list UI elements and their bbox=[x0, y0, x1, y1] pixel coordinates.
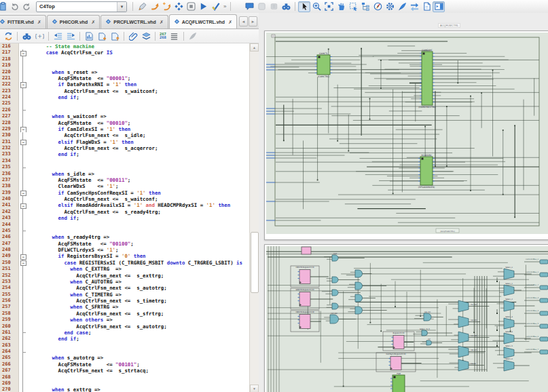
compile-all-icon[interactable] bbox=[160, 1, 172, 12]
stop-icon[interactable] bbox=[185, 1, 197, 12]
check-icon[interactable] bbox=[209, 1, 221, 12]
run-icon[interactable] bbox=[197, 1, 209, 12]
select-cursor-icon[interactable] bbox=[298, 1, 310, 12]
fsm-block[interactable]: FSM bbox=[390, 372, 405, 392]
undo-icon[interactable] bbox=[8, 1, 20, 12]
output-port[interactable]: CamConfBus_2 bbox=[524, 284, 548, 290]
doc-plus-icon[interactable] bbox=[96, 31, 108, 41]
fold-gutter[interactable] bbox=[19, 349, 28, 355]
register-block[interactable]: ConfSyncRegister[2:0] bbox=[376, 353, 422, 372]
mux[interactable]: Select_6 bbox=[493, 358, 530, 371]
zoom-in-icon[interactable] bbox=[310, 1, 323, 12]
paste-icon[interactable] bbox=[0, 1, 8, 12]
logic-gate[interactable] bbox=[348, 294, 376, 302]
logic-gate[interactable] bbox=[322, 290, 361, 296]
tab-close-icon[interactable]: ✗ bbox=[160, 20, 164, 25]
paperclip-icon[interactable] bbox=[127, 31, 139, 41]
schematic-bottom-panel[interactable]: HWCFR.Register[2:0]SWCFR.Register[2:0]HW… bbox=[264, 244, 548, 392]
mux[interactable]: [39:32] bbox=[448, 346, 485, 357]
logic-gate[interactable] bbox=[327, 303, 355, 309]
fold-gutter[interactable]: − bbox=[19, 253, 28, 259]
fold-gutter[interactable]: − bbox=[19, 50, 28, 56]
schematic-top-panel[interactable]: CAMCTL(CAMCTRL)CAMSYNC(CAMSYNCCTRL)HCADD… bbox=[264, 31, 548, 240]
fold-gutter[interactable]: − bbox=[19, 190, 28, 196]
redo-icon[interactable] bbox=[20, 1, 33, 12]
fold-gutter[interactable]: − bbox=[19, 260, 28, 266]
block-diagram-canvas[interactable]: CAMCTL(CAMCTRL)CAMSYNC(CAMSYNCCTRL)HCADD… bbox=[266, 33, 548, 234]
logic-gate[interactable]: [6] bbox=[420, 338, 442, 345]
scroll-down-arrow-icon[interactable]: ▼ bbox=[250, 385, 259, 392]
mux[interactable]: [44:45] bbox=[448, 316, 480, 328]
edit-mode-icon[interactable] bbox=[136, 1, 148, 12]
fold-gutter[interactable]: − bbox=[19, 81, 28, 87]
mux[interactable]: [16:9] bbox=[450, 359, 484, 371]
compile-icon[interactable] bbox=[148, 1, 160, 12]
scrollbar-thumb[interactable] bbox=[251, 232, 259, 293]
sync-edits-icon[interactable] bbox=[2, 31, 14, 41]
output-port[interactable]: CamConfBus_4 bbox=[524, 310, 548, 316]
tab-fitter-vhd[interactable]: FITTER.vhd✗ bbox=[0, 15, 46, 28]
swap-arrows-icon[interactable] bbox=[408, 1, 420, 12]
pan-hand-icon[interactable] bbox=[335, 1, 347, 12]
indent-right-icon[interactable] bbox=[65, 31, 77, 41]
h-lines-icon[interactable] bbox=[168, 31, 181, 41]
schematic-block[interactable]: HCADDRV(HPSADDRGEN) bbox=[356, 154, 505, 189]
editor-scrollbar[interactable]: ▲ ▼ bbox=[249, 43, 259, 392]
compass-icon[interactable] bbox=[371, 1, 384, 12]
tab-close-icon[interactable]: ✗ bbox=[91, 20, 95, 25]
fold-gutter[interactable] bbox=[19, 107, 28, 113]
toolbar-overflow-chevron[interactable]: » bbox=[223, 3, 226, 9]
mux[interactable]: Select_5 bbox=[495, 345, 532, 358]
tab-scroll-right-button[interactable]: ► bbox=[249, 16, 257, 26]
new-document-icon[interactable] bbox=[420, 1, 433, 12]
tab-close-icon[interactable]: ✗ bbox=[228, 20, 232, 25]
tab-phicor-vhd[interactable]: PHICOR.vhd✗ bbox=[47, 15, 101, 28]
comment-icon[interactable] bbox=[243, 1, 255, 12]
quill-icon[interactable] bbox=[396, 1, 408, 12]
marquee-icon[interactable] bbox=[347, 1, 359, 12]
dim-a-icon[interactable] bbox=[255, 1, 268, 12]
dim-b-icon[interactable] bbox=[268, 1, 280, 12]
fold-gutter[interactable] bbox=[19, 164, 28, 170]
fold-ribbon-icon[interactable] bbox=[140, 31, 152, 41]
output-port[interactable]: CamConfBus_5 bbox=[524, 323, 548, 329]
hierarchy-icon[interactable] bbox=[359, 1, 371, 12]
fold-gutter[interactable] bbox=[19, 228, 28, 234]
tab-scroll-left-button[interactable]: ◄ bbox=[239, 16, 248, 26]
tab-acqflwctrl-vhd[interactable]: ACQFLWCTRL.vhd✗ bbox=[169, 14, 237, 29]
logic-gate[interactable] bbox=[348, 282, 386, 290]
fold-gutter[interactable] bbox=[19, 330, 28, 336]
logic-gate[interactable]: [27:26] bbox=[324, 313, 356, 324]
side-panel-icon[interactable] bbox=[433, 1, 445, 12]
scroll-up-arrow-icon[interactable]: ▲ bbox=[250, 43, 259, 52]
output-port[interactable]: CamConfBus_0 bbox=[524, 258, 548, 264]
generate-icon[interactable] bbox=[172, 1, 185, 12]
register-block[interactable]: HWCFR.Register[2:0] bbox=[291, 266, 329, 287]
binoculars-icon[interactable] bbox=[280, 1, 292, 12]
chevron-down-icon[interactable]: ▼ bbox=[117, 2, 126, 12]
doc-up-icon[interactable] bbox=[109, 31, 121, 41]
fold-gutter[interactable]: − bbox=[19, 126, 28, 132]
braces-icon[interactable]: {+} bbox=[33, 31, 45, 41]
register-block[interactable]: Register[2:0] bbox=[383, 332, 414, 351]
register-block[interactable]: HWCFR.Register[2:0] bbox=[291, 311, 321, 332]
design-selector-combobox[interactable]: C4Top ▼ bbox=[36, 1, 127, 12]
logic-gate[interactable] bbox=[327, 277, 360, 283]
tab-close-icon[interactable]: ✗ bbox=[37, 20, 41, 25]
output-port[interactable]: CamConfBus_7 bbox=[524, 349, 548, 355]
binoculars-icon[interactable] bbox=[20, 31, 33, 41]
fold-gutter[interactable]: − bbox=[19, 202, 28, 208]
gear-icon[interactable] bbox=[384, 1, 396, 12]
gate-schematic-canvas[interactable]: HWCFR.Register[2:0]SWCFR.Register[2:0]HW… bbox=[266, 246, 548, 392]
code-editor[interactable]: 216 -- State machine217− case AcqCtrlFsm… bbox=[0, 43, 259, 392]
doc-chart-icon[interactable] bbox=[83, 31, 95, 41]
quill-dim-icon[interactable] bbox=[187, 31, 199, 41]
logic-gate[interactable]: [31:21] bbox=[414, 311, 443, 321]
tab-prcflwctrl-vhd[interactable]: PRCFLWCTRL.vhd✗ bbox=[101, 15, 168, 28]
fit-view-icon[interactable] bbox=[323, 1, 335, 12]
mux[interactable]: Select_1 bbox=[499, 283, 522, 296]
indent-left-icon[interactable] bbox=[52, 31, 64, 41]
logic-gate[interactable] bbox=[346, 270, 371, 277]
output-port[interactable]: CamConfBus_3 bbox=[524, 297, 548, 303]
fold-gutter[interactable]: − bbox=[19, 139, 28, 145]
